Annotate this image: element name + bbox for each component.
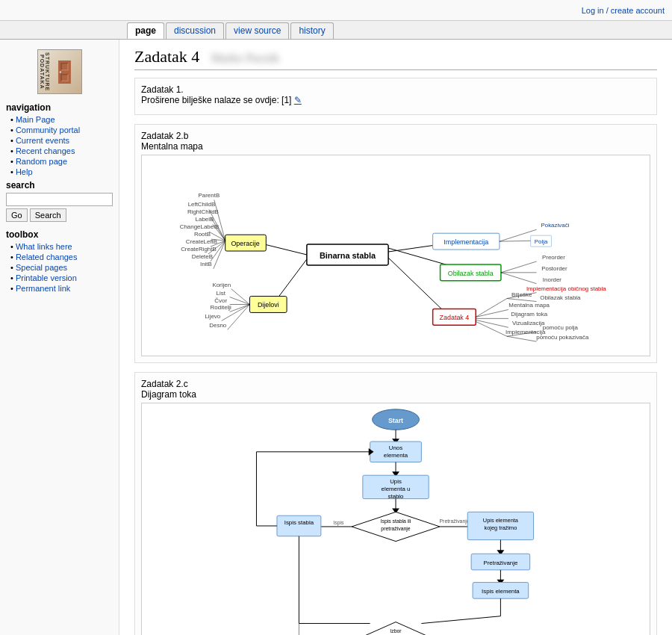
zadatak2b-section: Zadatak 2.b Mentalna mapa Binarna stabla… (134, 124, 657, 363)
tab-history[interactable]: history (290, 22, 333, 39)
svg-text:Bilješke: Bilješke (511, 291, 532, 298)
search-input[interactable] (6, 193, 113, 206)
svg-text:DeleteB: DeleteB (192, 253, 213, 260)
svg-text:ChangeLabelB: ChangeLabelB (180, 223, 220, 230)
svg-text:Čvor: Čvor (214, 297, 227, 304)
sidebar-item-recent-changes[interactable]: Recent changes (0, 146, 119, 156)
sidebar: STRUKTUREPODATAKA 🚪 navigation Main Page… (0, 40, 119, 635)
svg-text:Lijevo: Lijevo (205, 313, 220, 320)
svg-text:LeftChildB: LeftChildB (188, 201, 216, 208)
svg-text:LabelB: LabelB (196, 216, 214, 223)
svg-text:Obilazak stabla: Obilazak stabla (540, 294, 581, 301)
sidebar-item-printable-version[interactable]: Printable version (0, 273, 119, 283)
sidebar-item-current-events[interactable]: Current events (0, 135, 119, 146)
search-buttons: Go Search (6, 208, 113, 222)
logo-text: STRUKTUREPODATAKA (40, 52, 50, 91)
svg-line-64 (507, 299, 537, 302)
svg-text:Ispis elementa: Ispis elementa (482, 588, 520, 595)
toolbox-section-title: toolbox (0, 225, 119, 241)
svg-text:RightChildB: RightChildB (187, 208, 219, 215)
search-button[interactable]: Search (30, 208, 66, 222)
sidebar-item-community-portal[interactable]: Community portal (0, 125, 119, 135)
zadatak2c-section: Zadatak 2.c Dijagram toka Start Unos ele… (134, 372, 657, 635)
svg-line-51 (230, 305, 250, 312)
sidebar-item-main-page[interactable]: Main Page (0, 114, 119, 125)
svg-text:Implementacija: Implementacija (444, 238, 488, 246)
tab-page[interactable]: page (127, 22, 164, 39)
svg-text:ParentB: ParentB (199, 192, 220, 199)
flowchart-container: Start Unos elementa Upis elementa u (141, 403, 650, 635)
tab-bar: page discussion view source history (0, 21, 672, 40)
sidebar-item-related-changes[interactable]: Related changes (0, 252, 119, 262)
svg-text:Inorder: Inorder (543, 276, 562, 283)
svg-line-36 (501, 261, 537, 273)
svg-text:Roditelji: Roditelji (211, 304, 231, 311)
svg-line-60 (476, 299, 507, 318)
header: Log in / create account (0, 0, 672, 21)
svg-text:Vizualizacija: Vizualizacija (512, 320, 545, 326)
svg-text:Korijen: Korijen (212, 282, 231, 288)
svg-text:pretraživanje: pretraživanje (381, 526, 410, 532)
svg-text:Zadatak 4: Zadatak 4 (440, 314, 470, 321)
mindmap-svg: Binarna stabla Operacije ParentB LeftChi… (142, 155, 650, 356)
svg-line-45 (231, 289, 250, 305)
tab-view-source[interactable]: view source (225, 22, 289, 39)
sidebar-item-what-links-here[interactable]: What links here (0, 241, 119, 252)
svg-text:Preorder: Preorder (542, 254, 565, 261)
svg-line-57 (388, 258, 447, 315)
svg-line-5 (214, 200, 225, 241)
svg-text:Unos: Unos (389, 444, 402, 451)
search-section: search Go Search (0, 177, 119, 225)
svg-line-66 (476, 309, 508, 317)
zadatak1-link[interactable]: ✎ (294, 95, 302, 105)
svg-text:Implementacija običnog stabla: Implementacija običnog stabla (526, 285, 606, 292)
svg-line-76 (507, 336, 537, 341)
svg-text:elementa: elementa (384, 452, 408, 459)
svg-line-40 (501, 273, 537, 284)
nav-section-title: navigation (0, 98, 119, 114)
sidebar-item-random-page[interactable]: Random page (0, 156, 119, 167)
go-button[interactable]: Go (6, 208, 28, 222)
sidebar-item-permanent-link[interactable]: Permanent link (0, 283, 119, 294)
svg-text:Operacije: Operacije (231, 240, 259, 247)
svg-text:elementa u: elementa u (382, 486, 411, 492)
svg-text:InitB: InitB (200, 261, 212, 267)
svg-line-47 (230, 297, 250, 305)
svg-text:Izbor: Izbor (390, 628, 402, 634)
svg-text:Binarna stabla: Binarna stabla (320, 251, 376, 260)
svg-text:RootB: RootB (194, 231, 211, 238)
svg-text:Ispis stabla: Ispis stabla (284, 519, 314, 526)
svg-text:Dijelovi: Dijelovi (258, 301, 279, 309)
logo-box: STRUKTUREPODATAKA 🚪 (37, 49, 82, 94)
zadatak2b-label: Zadatak 2.b Mentalna mapa (141, 131, 650, 152)
logo: STRUKTUREPODATAKA 🚪 (0, 46, 119, 98)
login-link[interactable]: Log in / create account (582, 6, 665, 15)
svg-text:List: List (217, 290, 226, 297)
svg-text:Mentalna mapa: Mentalna mapa (508, 302, 550, 309)
svg-text:Ispis: Ispis (333, 520, 344, 526)
svg-text:Pokazivači: Pokazivači (541, 222, 569, 229)
zadatak2c-label: Zadatak 2.c Dijagram toka (141, 379, 650, 400)
page-layout: STRUKTUREPODATAKA 🚪 navigation Main Page… (0, 40, 672, 635)
tab-discussion[interactable]: discussion (166, 22, 224, 39)
svg-text:Upis: Upis (390, 478, 402, 485)
svg-text:Obilazak stabla: Obilazak stabla (448, 270, 494, 277)
flowchart-svg: Start Unos elementa Upis elementa u (142, 403, 650, 635)
zadatak1-label: Zadatak 1. Proširene bilješke nalaze se … (141, 84, 650, 105)
page-title: Zadatak 4 Marko Pucnik (134, 47, 657, 70)
svg-text:CreateLeftB: CreateLeftB (186, 238, 217, 245)
svg-text:Pretraživanje: Pretraživanje (484, 560, 518, 566)
svg-text:Postorder: Postorder (541, 265, 567, 272)
mindmap-container: Binarna stabla Operacije ParentB LeftChi… (141, 155, 650, 356)
sidebar-item-special-pages[interactable]: Special pages (0, 262, 119, 273)
svg-text:Upis elementa: Upis elementa (483, 517, 519, 524)
svg-text:Dijagram toka: Dijagram toka (511, 311, 548, 318)
svg-text:Start: Start (388, 417, 403, 424)
page-subtitle-blurred: Marko Pucnik (211, 52, 279, 64)
svg-text:Polja: Polja (535, 238, 548, 245)
zadatak1-section: Zadatak 1. Proširene bilješke nalaze se … (134, 78, 657, 115)
svg-line-117 (421, 616, 500, 624)
svg-text:Desno: Desno (209, 322, 227, 329)
sidebar-item-help[interactable]: Help (0, 167, 119, 177)
svg-text:Pretraživanje: Pretraživanje (440, 518, 470, 524)
